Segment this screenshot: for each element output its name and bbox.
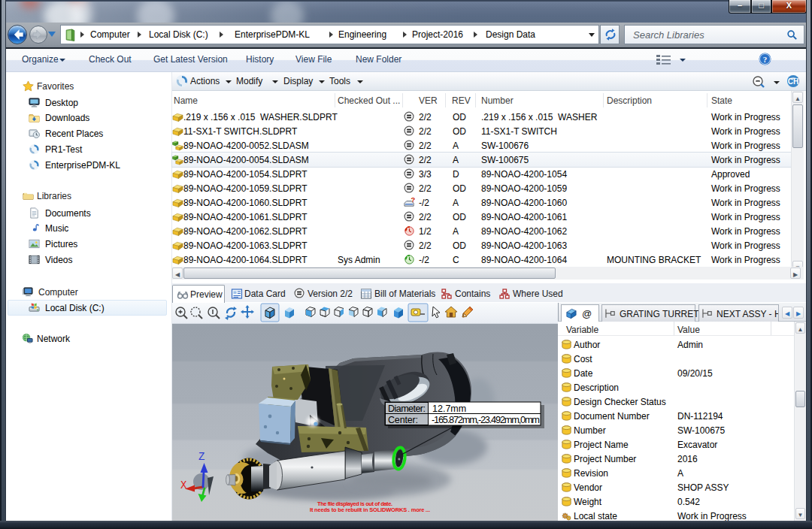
svg-text:CH: CH [788,77,798,86]
svg-text:Diameter:: Diameter: [388,404,426,414]
svg-text:It needs to be rebuilt in SOLI: It needs to be rebuilt in SOLIDWORKS . m… [310,506,430,513]
svg-text:-165.872mm,-23.492mm,0mm: -165.872mm,-23.492mm,0mm [432,414,540,425]
svg-text:?: ? [763,55,768,64]
svg-text:Z: Z [198,451,205,463]
svg-text:12.7mm: 12.7mm [432,404,466,414]
svg-text:X: X [180,479,187,491]
svg-text:?: ? [411,197,415,204]
svg-text:Center:: Center: [388,415,418,425]
